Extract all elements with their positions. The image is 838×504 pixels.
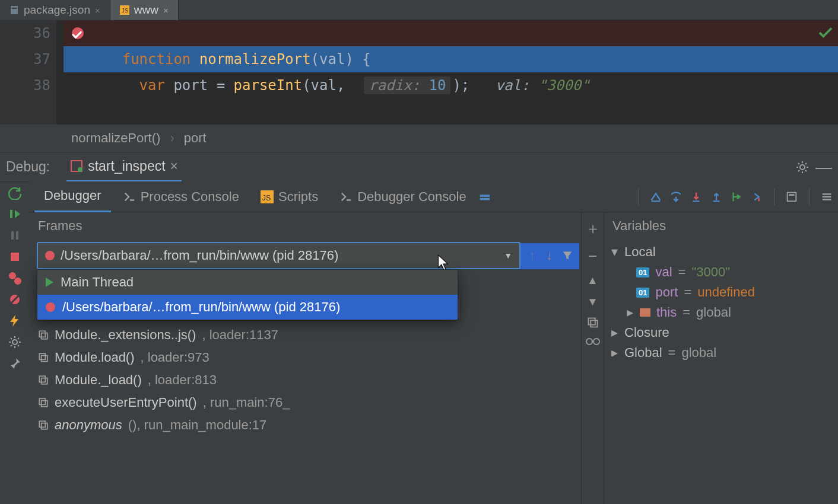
variable-port[interactable]: 01 port = undefined bbox=[610, 282, 832, 302]
filter-icon[interactable] bbox=[561, 249, 574, 262]
lightning-icon[interactable] bbox=[8, 314, 22, 328]
tab-debugger-console[interactable]: Debugger Console bbox=[330, 181, 475, 212]
chevron-right-icon[interactable]: ▸ bbox=[626, 305, 634, 320]
add-watch-icon[interactable]: ＋ bbox=[585, 218, 601, 239]
config-name: start_inspect bbox=[88, 158, 165, 174]
mute-breakpoints-icon[interactable] bbox=[8, 292, 22, 307]
stack-frame[interactable]: Module._load(), loader:813 bbox=[30, 369, 581, 391]
prev-frame-icon[interactable]: ↑ bbox=[526, 245, 538, 266]
line-number[interactable]: 36 bbox=[0, 20, 56, 46]
gutter[interactable]: 36 37 38 bbox=[0, 20, 56, 125]
svg-rect-41 bbox=[591, 320, 597, 327]
js-file-icon: JS bbox=[120, 5, 129, 15]
step-into-icon[interactable] bbox=[690, 190, 703, 203]
status-dot-icon bbox=[45, 251, 55, 260]
primitive-icon: 01 bbox=[636, 267, 649, 277]
copy-icon[interactable] bbox=[587, 317, 599, 328]
show-execution-point-icon[interactable] bbox=[649, 190, 662, 203]
line-number[interactable]: 37 bbox=[0, 46, 56, 72]
drop-frame-icon[interactable] bbox=[750, 190, 763, 203]
chevron-down-icon: ▼ bbox=[504, 251, 512, 260]
step-out-icon[interactable] bbox=[710, 190, 723, 203]
move-down-icon[interactable]: ▼ bbox=[587, 295, 598, 308]
variable-this[interactable]: ▸ this = global bbox=[610, 302, 832, 323]
scope-local[interactable]: ▾ Local bbox=[610, 242, 832, 262]
frame-icon bbox=[38, 352, 49, 363]
chevron-down-icon[interactable]: ▾ bbox=[610, 244, 618, 260]
pin-icon[interactable] bbox=[8, 356, 22, 371]
chevron-right-icon[interactable]: ▸ bbox=[610, 345, 618, 361]
scope-global[interactable]: ▸ Global = global bbox=[610, 343, 832, 363]
breadcrumb-item[interactable]: port bbox=[184, 130, 207, 146]
thread-option-worker[interactable]: /Users/barbara/…from_run/bin/www (pid 28… bbox=[37, 295, 458, 320]
console-icon bbox=[339, 190, 353, 203]
stack-frame[interactable]: Module._extensions..js(), loader:1137 bbox=[30, 324, 581, 346]
debug-config-tab[interactable]: start_inspect × bbox=[66, 152, 182, 182]
resume-icon[interactable] bbox=[8, 207, 22, 221]
code-editor[interactable]: 36 37 38 function normalizePort(val) { v… bbox=[0, 20, 838, 125]
svg-point-15 bbox=[12, 340, 17, 344]
tab-label: package.json bbox=[24, 4, 90, 17]
remove-watch-icon[interactable]: − bbox=[588, 247, 597, 266]
svg-rect-38 bbox=[39, 421, 45, 427]
settings-icon[interactable] bbox=[8, 335, 22, 349]
chevron-right-icon[interactable]: ▸ bbox=[610, 325, 618, 340]
svg-rect-1 bbox=[12, 8, 17, 9]
layout-icon[interactable] bbox=[478, 190, 491, 203]
code-line[interactable]: function normalizePort(val) { bbox=[64, 20, 838, 46]
glasses-icon[interactable] bbox=[586, 337, 600, 346]
breakpoint-icon[interactable] bbox=[72, 27, 84, 39]
gear-icon[interactable] bbox=[795, 160, 810, 174]
thread-option-main[interactable]: Main Thread bbox=[37, 270, 458, 295]
view-breakpoints-icon[interactable] bbox=[8, 271, 22, 285]
rerun-icon[interactable] bbox=[8, 186, 22, 200]
scope-closure[interactable]: ▸ Closure bbox=[610, 323, 832, 343]
evaluate-icon[interactable] bbox=[785, 190, 798, 203]
stack-frame[interactable]: Module.load(), loader:973 bbox=[30, 346, 581, 369]
move-up-icon[interactable]: ▲ bbox=[587, 274, 598, 287]
tab-debugger[interactable]: Debugger bbox=[34, 181, 111, 212]
svg-rect-8 bbox=[11, 231, 14, 240]
frames-list: Module._compile(), loader:1105 Module._e… bbox=[30, 301, 581, 436]
svg-point-6 bbox=[800, 165, 805, 170]
next-frame-icon[interactable]: ↓ bbox=[544, 245, 555, 266]
json-file-icon bbox=[9, 5, 19, 15]
variables-tree[interactable]: ▾ Local 01 val = "3000" 01 port = undefi… bbox=[604, 240, 838, 365]
stack-frame[interactable]: anonymous(), run_main_module:17 bbox=[30, 414, 581, 436]
stack-frame[interactable]: executeUserEntryPoint(), run_main:76_ bbox=[30, 391, 581, 414]
svg-rect-7 bbox=[10, 210, 12, 218]
tab-www[interactable]: JS www × bbox=[110, 0, 179, 20]
run-to-cursor-icon[interactable] bbox=[730, 190, 743, 203]
thread-dropdown: Main Thread /Users/barbara/…from_run/bin… bbox=[37, 269, 458, 320]
thread-option-label: Main Thread bbox=[61, 275, 134, 290]
svg-rect-10 bbox=[11, 253, 19, 261]
svg-rect-37 bbox=[42, 401, 47, 407]
object-icon bbox=[640, 308, 650, 317]
line-number[interactable]: 38 bbox=[0, 72, 56, 98]
frame-icon bbox=[38, 330, 49, 340]
svg-rect-36 bbox=[39, 398, 45, 404]
svg-point-42 bbox=[586, 339, 592, 344]
svg-point-43 bbox=[593, 339, 599, 344]
svg-rect-30 bbox=[39, 331, 45, 337]
close-icon[interactable]: × bbox=[163, 5, 169, 15]
js-file-icon: JS bbox=[261, 190, 274, 203]
play-icon bbox=[46, 277, 53, 287]
close-icon[interactable]: × bbox=[170, 158, 178, 174]
pause-icon[interactable] bbox=[8, 228, 22, 243]
tab-process-console[interactable]: Process Console bbox=[113, 181, 249, 212]
frames-title: Frames bbox=[30, 212, 581, 240]
variable-val[interactable]: 01 val = "3000" bbox=[610, 262, 832, 282]
breadcrumb[interactable]: normalizePort() › port bbox=[0, 125, 838, 152]
tab-package-json[interactable]: package.json × bbox=[0, 0, 110, 20]
stop-icon[interactable] bbox=[8, 250, 22, 264]
svg-rect-0 bbox=[11, 6, 18, 14]
breadcrumb-item[interactable]: normalizePort() bbox=[71, 130, 160, 146]
editor-tabs: package.json × JS www × bbox=[0, 0, 838, 20]
svg-rect-35 bbox=[42, 378, 47, 384]
more-icon[interactable] bbox=[820, 190, 833, 203]
minimize-icon[interactable]: — bbox=[815, 158, 832, 177]
tab-scripts[interactable]: JS Scripts bbox=[251, 181, 328, 212]
close-icon[interactable]: × bbox=[95, 5, 100, 15]
step-over-icon[interactable] bbox=[669, 190, 683, 203]
